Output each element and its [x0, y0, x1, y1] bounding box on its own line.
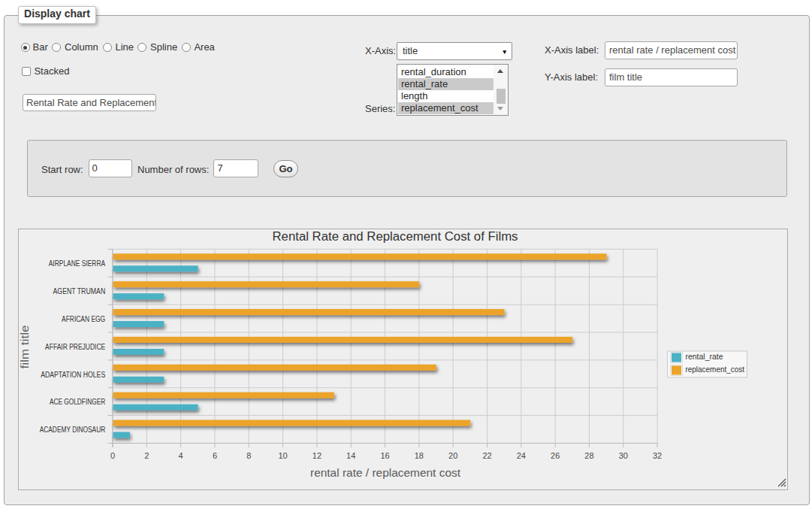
svg-text:ACE GOLDFINGER: ACE GOLDFINGER: [50, 398, 105, 406]
svg-text:replacement_cost: replacement_cost: [686, 365, 745, 374]
svg-text:24: 24: [517, 451, 526, 460]
svg-text:6: 6: [213, 451, 217, 460]
svg-text:10: 10: [278, 451, 287, 460]
svg-text:rental rate / replacement cost: rental rate / replacement cost: [310, 466, 461, 479]
svg-text:Rental Rate and Replacement Co: Rental Rate and Replacement Cost of Film…: [273, 230, 518, 243]
svg-text:18: 18: [415, 451, 424, 460]
svg-text:film title: film title: [19, 325, 31, 368]
svg-text:26: 26: [551, 451, 560, 460]
svg-text:0: 0: [110, 451, 115, 460]
svg-text:12: 12: [312, 451, 321, 460]
svg-text:AGENT TRUMAN: AGENT TRUMAN: [53, 287, 106, 295]
svg-text:30: 30: [619, 451, 628, 460]
svg-text:28: 28: [584, 451, 593, 460]
svg-text:2: 2: [144, 451, 149, 460]
svg-text:ADAPTATION HOLES: ADAPTATION HOLES: [41, 371, 105, 379]
svg-text:AIRPLANE SIERRA: AIRPLANE SIERRA: [49, 259, 106, 268]
svg-text:32: 32: [653, 451, 662, 460]
svg-text:rental_rate: rental_rate: [686, 352, 723, 361]
svg-text:ACADEMY DINOSAUR: ACADEMY DINOSAUR: [40, 426, 106, 434]
svg-text:22: 22: [482, 451, 491, 460]
svg-text:AFFAIR PREJUDICE: AFFAIR PREJUDICE: [45, 343, 105, 351]
svg-text:20: 20: [448, 451, 457, 460]
svg-text:8: 8: [246, 451, 251, 460]
svg-text:AFRICAN EGG: AFRICAN EGG: [62, 315, 105, 323]
svg-text:14: 14: [346, 451, 355, 460]
svg-text:4: 4: [179, 451, 183, 460]
svg-text:16: 16: [380, 451, 389, 460]
